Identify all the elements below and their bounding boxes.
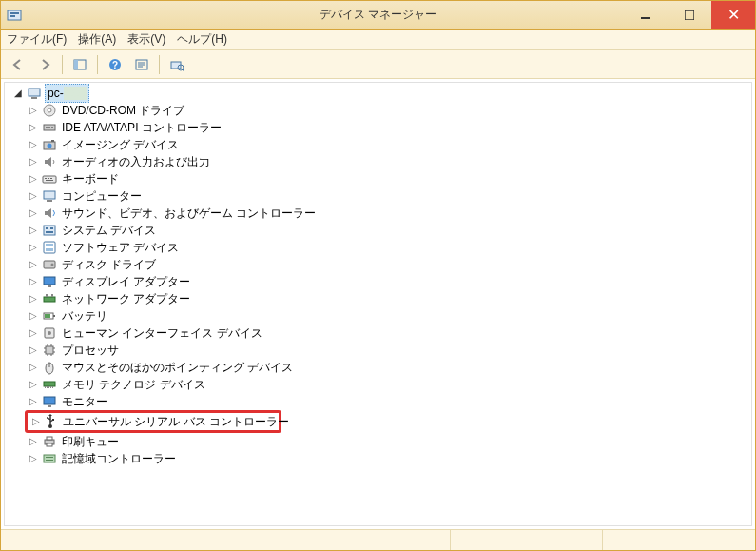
tree-item[interactable]: ▷システム デバイス	[28, 222, 751, 239]
expand-arrow-icon[interactable]: ▷	[32, 413, 40, 430]
tree-content[interactable]: ◢pc-xxxx▷DVD/CD-ROM ドライブ▷IDE ATA/ATAPI コ…	[4, 82, 752, 526]
titlebar[interactable]: デバイス マネージャー ✕	[1, 1, 755, 30]
audio-icon	[42, 154, 57, 169]
expand-arrow-icon[interactable]: ▷	[28, 136, 39, 153]
tree-item[interactable]: ▷バッテリ	[28, 307, 751, 325]
svg-rect-6	[74, 60, 78, 69]
expand-arrow-icon[interactable]: ▷	[28, 187, 39, 205]
tree-item[interactable]: ▷モニター	[28, 393, 751, 410]
tree-root[interactable]: ◢pc-xxxx	[12, 85, 751, 102]
svg-rect-49	[53, 315, 55, 317]
display-icon	[42, 274, 57, 289]
back-button[interactable]	[7, 53, 29, 76]
forward-button[interactable]	[33, 53, 56, 76]
window-controls: ✕	[624, 1, 755, 29]
expand-arrow-icon[interactable]: ▷	[28, 393, 39, 410]
tree-item-label: プロセッサ	[60, 342, 121, 359]
expand-arrow-icon[interactable]: ▷	[28, 170, 39, 187]
tree-item[interactable]: ▷IDE ATA/ATAPI コントローラー	[28, 119, 751, 136]
menu-help[interactable]: ヘルプ(H)	[177, 31, 227, 48]
disc-icon	[42, 103, 57, 118]
cpu-icon	[42, 343, 57, 358]
svg-rect-33	[47, 200, 52, 202]
svg-rect-45	[44, 297, 55, 302]
statusbar	[1, 529, 755, 550]
expand-arrow-icon[interactable]: ▷	[28, 153, 39, 170]
expand-arrow-icon[interactable]: ▷	[28, 359, 39, 376]
tree-item[interactable]: ▷オーディオの入力および出力	[28, 153, 751, 170]
tree-item[interactable]: ▷記憶域コントローラー	[28, 450, 751, 467]
svg-rect-81	[46, 460, 53, 461]
tree-item-label: ディスク ドライブ	[60, 256, 158, 273]
svg-rect-75	[52, 419, 54, 421]
expand-arrow-icon[interactable]: ▷	[28, 222, 39, 239]
expand-arrow-icon[interactable]: ▷	[28, 325, 39, 342]
svg-rect-3	[641, 17, 650, 19]
svg-rect-40	[46, 248, 53, 251]
expand-arrow-icon[interactable]: ▷	[28, 450, 39, 467]
toolbar-separator	[62, 55, 63, 74]
status-cell	[1, 530, 451, 550]
tree-item[interactable]: ▷イメージング デバイス	[28, 136, 751, 153]
software-icon	[42, 240, 57, 255]
usb-icon	[43, 414, 58, 429]
show-hide-button[interactable]	[68, 53, 91, 76]
maximize-button[interactable]	[668, 1, 711, 29]
svg-rect-71	[48, 405, 51, 407]
tree-item[interactable]: ▷ヒューマン インターフェイス デバイス	[28, 325, 751, 342]
close-button[interactable]: ✕	[711, 1, 755, 29]
tree-item-label: イメージング デバイス	[60, 136, 181, 153]
tree-item-label: ソフトウェア デバイス	[60, 239, 181, 256]
expand-arrow-icon[interactable]: ▷	[28, 290, 39, 307]
svg-rect-37	[46, 231, 53, 233]
help-button[interactable]: ?	[104, 53, 126, 76]
properties-button[interactable]	[130, 53, 153, 76]
svg-line-15	[183, 69, 184, 71]
expand-arrow-icon[interactable]: ▷	[28, 256, 39, 273]
menubar: ファイル(F) 操作(A) 表示(V) ヘルプ(H)	[1, 30, 755, 50]
toolbar-separator	[159, 55, 160, 74]
tree-item[interactable]: ▷サウンド、ビデオ、およびゲーム コントローラー	[28, 205, 751, 222]
expand-arrow-icon[interactable]: ▷	[28, 433, 39, 450]
menu-file[interactable]: ファイル(F)	[7, 31, 67, 48]
svg-rect-78	[47, 443, 52, 446]
menu-view[interactable]: 表示(V)	[127, 31, 165, 48]
tree-item[interactable]: ▷DVD/CD-ROM ドライブ	[28, 102, 751, 119]
expand-arrow-icon[interactable]: ▷	[28, 273, 39, 290]
svg-rect-67	[48, 386, 49, 388]
tree-item[interactable]: ▷印刷キュー	[28, 433, 751, 450]
imaging-icon	[42, 137, 57, 152]
tree-item[interactable]: ▷マウスとそのほかのポインティング デバイス	[28, 359, 751, 376]
monitor-icon	[42, 394, 57, 409]
svg-point-21	[46, 127, 48, 128]
tree-item[interactable]: ▷メモリ テクノロジ デバイス	[28, 376, 751, 393]
tree-item[interactable]: ▷ソフトウェア デバイス	[28, 239, 751, 256]
tree-item[interactable]: ▷コンピューター	[28, 187, 751, 205]
expand-arrow-icon[interactable]: ▷	[28, 119, 39, 136]
tree-item[interactable]: ▷ディスク ドライブ	[28, 256, 751, 273]
tree-item-label: メモリ テクノロジ デバイス	[60, 376, 207, 393]
svg-rect-44	[48, 285, 51, 287]
tree-item-label: モニター	[60, 393, 109, 410]
computer-icon	[42, 188, 57, 204]
tree-item[interactable]: ▷プロセッサ	[28, 342, 751, 359]
svg-rect-77	[47, 437, 52, 440]
menu-action[interactable]: 操作(A)	[78, 31, 116, 48]
tree-item-label: IDE ATA/ATAPI コントローラー	[60, 119, 223, 136]
expand-arrow-icon[interactable]: ▷	[28, 102, 39, 119]
scan-button[interactable]	[165, 53, 188, 76]
expand-arrow-icon[interactable]: ▷	[28, 205, 39, 222]
svg-rect-32	[44, 191, 55, 199]
tree-item[interactable]: ▷ネットワーク アダプター	[28, 290, 751, 307]
tree-item[interactable]: ▷キーボード	[28, 170, 751, 187]
tree-item[interactable]: ▷ユニバーサル シリアル バス コントローラー	[32, 413, 277, 430]
expand-arrow-icon[interactable]: ◢	[12, 85, 24, 102]
expand-arrow-icon[interactable]: ▷	[28, 239, 39, 256]
minimize-button[interactable]	[624, 1, 668, 29]
tree-item-label: キーボード	[60, 170, 121, 187]
tree-item[interactable]: ▷ディスプレイ アダプター	[28, 273, 751, 290]
expand-arrow-icon[interactable]: ▷	[28, 376, 39, 393]
svg-rect-4	[685, 10, 694, 20]
expand-arrow-icon[interactable]: ▷	[28, 307, 39, 325]
expand-arrow-icon[interactable]: ▷	[28, 342, 39, 359]
